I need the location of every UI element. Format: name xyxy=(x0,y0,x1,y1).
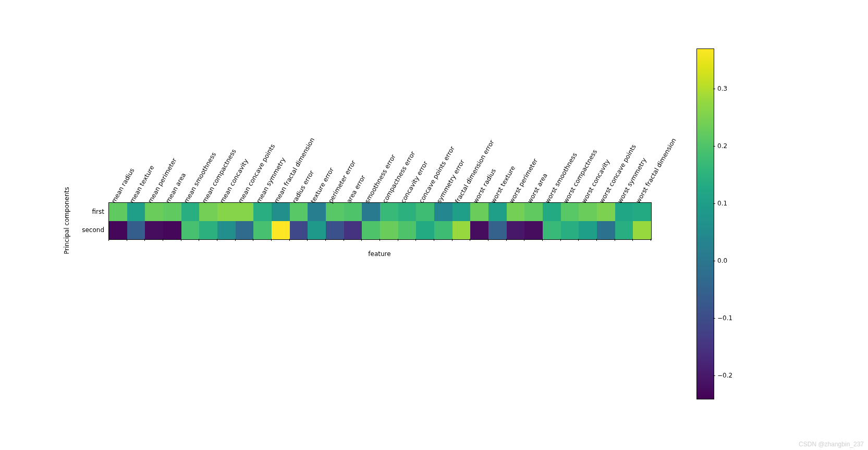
heatmap-cell xyxy=(236,203,254,221)
heatmap-cell xyxy=(199,203,217,221)
colorbar xyxy=(696,48,714,399)
heatmap-cell xyxy=(127,203,145,221)
x-tick-mark xyxy=(615,239,615,241)
colorbar-tick-label: −0.1 xyxy=(717,314,732,322)
x-tick-mark xyxy=(163,239,163,241)
heatmap-cell xyxy=(453,221,471,239)
heatmap-cell xyxy=(561,203,579,221)
x-tick-mark xyxy=(506,239,507,241)
x-tick-label: worst compactness xyxy=(562,148,598,204)
x-tick-mark xyxy=(217,239,217,241)
heatmap-cell xyxy=(543,203,561,221)
colorbar-tick-mark xyxy=(713,203,715,204)
y-tick-label: first xyxy=(0,208,104,215)
x-axis-label: feature xyxy=(368,250,390,258)
colorbar-tick-label: 0.1 xyxy=(717,200,727,207)
heatmap-cell xyxy=(524,203,543,221)
heatmap-cell xyxy=(597,203,615,221)
heatmap-cell xyxy=(488,221,507,239)
heatmap-cell xyxy=(253,203,272,221)
heatmap-cell xyxy=(308,203,326,221)
heatmap-cell xyxy=(326,203,344,221)
x-tick-mark xyxy=(470,239,470,241)
heatmap-cell xyxy=(344,221,362,239)
heatmap-cell xyxy=(127,221,145,239)
heatmap-cell xyxy=(272,221,290,239)
x-tick-mark xyxy=(181,239,181,241)
x-tick-mark xyxy=(361,239,362,241)
colorbar-tick-mark xyxy=(713,318,715,319)
heatmap-cell xyxy=(615,203,633,221)
x-tick-mark xyxy=(271,239,272,241)
x-tick-mark xyxy=(380,239,380,241)
y-axis-label: Principal components xyxy=(63,187,70,254)
heatmap-cell xyxy=(145,203,163,221)
heatmap-cell xyxy=(543,221,561,239)
heatmap-cell xyxy=(380,203,398,221)
heatmap-cell xyxy=(163,203,181,221)
x-tick-mark xyxy=(199,239,199,241)
heatmap-cell xyxy=(308,221,326,239)
heatmap-cell xyxy=(380,221,398,239)
x-tick-mark xyxy=(578,239,579,241)
x-tick-mark xyxy=(108,239,109,241)
heatmap-cell xyxy=(290,203,308,221)
heatmap-cell xyxy=(326,221,344,239)
colorbar-tick-label: 0.3 xyxy=(717,85,727,92)
heatmap-cell xyxy=(488,203,507,221)
heatmap-cell xyxy=(344,203,362,221)
heatmap-cell xyxy=(434,221,453,239)
colorbar-tick-mark xyxy=(713,375,715,376)
heatmap-cell xyxy=(470,221,488,239)
heatmap-cell xyxy=(236,221,254,239)
x-tick-mark xyxy=(524,239,524,241)
x-tick-label: compactness error xyxy=(381,150,417,204)
colorbar-tick-mark xyxy=(713,89,715,89)
heatmap-cell xyxy=(217,221,236,239)
x-tick-mark xyxy=(596,239,597,241)
x-tick-mark xyxy=(434,239,434,241)
heatmap-cell xyxy=(109,203,127,221)
heatmap-cell xyxy=(579,203,597,221)
heatmap-cell xyxy=(290,221,308,239)
x-tick-mark xyxy=(144,239,145,241)
heatmap-cell xyxy=(398,203,417,221)
heatmap-cell xyxy=(633,221,651,239)
heatmap-cell xyxy=(524,221,543,239)
heatmap-cell xyxy=(416,221,434,239)
x-tick-mark xyxy=(325,239,326,241)
heatmap-cell xyxy=(597,221,615,239)
x-tick-mark xyxy=(488,239,488,241)
x-tick-mark xyxy=(415,239,416,241)
colorbar-tick-label: 0.0 xyxy=(717,257,727,264)
x-tick-label: mean smoothness xyxy=(182,151,217,204)
heatmap-grid xyxy=(108,202,652,240)
colorbar-tick-mark xyxy=(713,146,715,147)
heatmap-cell xyxy=(253,221,272,239)
y-tick-label: second xyxy=(0,226,104,234)
colorbar-tick-label: 0.2 xyxy=(717,142,727,150)
heatmap-cell xyxy=(561,221,579,239)
x-tick-label: worst smoothness xyxy=(544,151,579,204)
heatmap-cell xyxy=(145,221,163,239)
x-tick-mark xyxy=(560,239,561,241)
x-tick-mark xyxy=(289,239,290,241)
x-tick-mark xyxy=(452,239,453,241)
heatmap-cell xyxy=(181,203,200,221)
x-tick-mark xyxy=(307,239,308,241)
heatmap-cell xyxy=(633,203,651,221)
heatmap-cell xyxy=(579,221,597,239)
heatmap-cell xyxy=(507,203,525,221)
x-tick-mark xyxy=(235,239,236,241)
heatmap-cell xyxy=(181,221,200,239)
heatmap-cell xyxy=(398,221,417,239)
x-tick-mark xyxy=(253,239,253,241)
x-tick-mark xyxy=(651,239,651,241)
x-tick-mark xyxy=(398,239,398,241)
colorbar-gradient xyxy=(697,49,714,399)
heatmap-cell xyxy=(217,203,236,221)
x-tick-mark xyxy=(344,239,344,241)
x-tick-mark xyxy=(632,239,633,241)
heatmap-cell xyxy=(163,221,181,239)
heatmap-cell xyxy=(109,221,127,239)
